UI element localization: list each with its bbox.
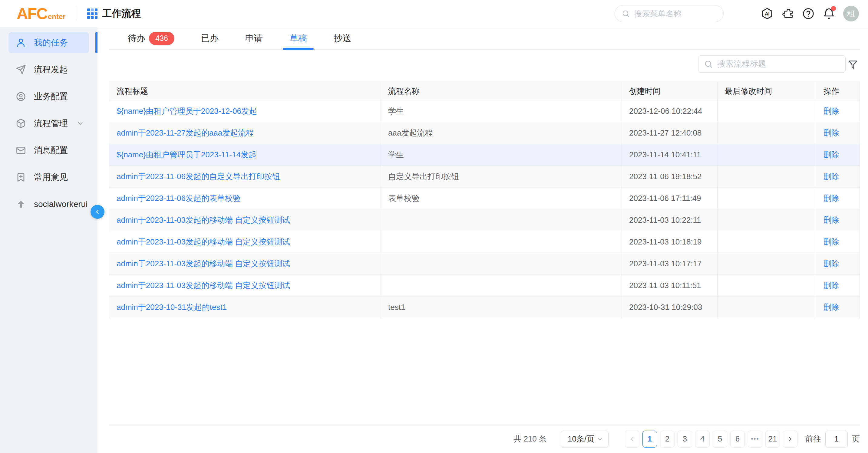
- prev-page-button[interactable]: [625, 431, 640, 448]
- page-title: 工作流程: [102, 7, 141, 20]
- sidebar-item-process-initiate[interactable]: 流程发起: [8, 59, 89, 80]
- tab-cc[interactable]: 抄送: [327, 27, 358, 50]
- more-pages-button[interactable]: •••: [748, 431, 762, 448]
- sidebar-collapse-button[interactable]: [91, 205, 104, 219]
- modified-time-cell: [717, 144, 816, 165]
- plugin-puzzle-icon[interactable]: [781, 7, 794, 20]
- search-icon: [622, 9, 630, 18]
- created-time-cell: 2023-11-06 17:11:49: [622, 188, 717, 209]
- process-title-link[interactable]: ${name}由租户管理员于2023-11-14发起: [117, 150, 256, 159]
- delete-link[interactable]: 删除: [824, 172, 839, 181]
- paper-plane-icon: [16, 64, 26, 75]
- tab-draft[interactable]: 草稿: [283, 27, 314, 50]
- sidebar-item-my-tasks[interactable]: 我的任务: [8, 32, 89, 53]
- sidebar-item-label: 常用意见: [34, 171, 68, 183]
- process-name-cell: test1: [381, 296, 622, 318]
- table-row: ${name}由租户管理员于2023-12-06发起 学生 2023-12-06…: [109, 100, 860, 122]
- cube-icon: [16, 118, 26, 129]
- process-title-link[interactable]: admin于2023-11-06发起的表单校验: [117, 194, 241, 203]
- tab-apply[interactable]: 申请: [239, 27, 270, 50]
- delete-link[interactable]: 删除: [824, 128, 839, 137]
- user-avatar[interactable]: 租: [843, 6, 859, 22]
- modified-time-cell: [717, 209, 816, 231]
- chevron-down-icon[interactable]: [76, 120, 84, 127]
- created-time-cell: 2023-11-14 10:41:11: [622, 144, 717, 165]
- created-time-cell: 2023-10-31 10:29:03: [622, 296, 717, 318]
- process-search-input[interactable]: [717, 59, 832, 69]
- menu-search-input[interactable]: [634, 9, 713, 19]
- page-button-2[interactable]: 2: [660, 431, 675, 448]
- delete-link[interactable]: 删除: [824, 259, 839, 268]
- page-size-select[interactable]: 10条/页: [561, 431, 609, 448]
- created-time-cell: 2023-11-27 12:40:08: [622, 122, 717, 144]
- logo-text-sub: enter: [48, 12, 66, 21]
- afcenter-logo[interactable]: AFC enter: [17, 4, 66, 23]
- sidebar-item-label: 我的任务: [34, 37, 68, 48]
- ai-assistant-icon[interactable]: AI: [761, 7, 774, 20]
- goto-page-label: 前往: [805, 433, 821, 444]
- sidebar-item-label: 消息配置: [34, 144, 68, 156]
- sidebar-item-label: 业务配置: [34, 91, 68, 102]
- process-name-cell: [381, 209, 622, 231]
- sidebar-item-business-config[interactable]: 业务配置: [8, 86, 89, 107]
- delete-link[interactable]: 删除: [824, 106, 839, 116]
- pagination-bar: 共 210 条 10条/页 1 2 3 4 5 6 ••• 21 前往 页: [109, 425, 860, 452]
- delete-link[interactable]: 删除: [824, 302, 839, 312]
- page-button-6[interactable]: 6: [730, 431, 745, 448]
- search-icon: [704, 60, 713, 69]
- page-button-1[interactable]: 1: [643, 431, 657, 448]
- next-page-button[interactable]: [783, 431, 798, 448]
- chevron-left-icon: [628, 435, 636, 443]
- process-name-cell: [381, 231, 622, 253]
- tab-label: 待办: [128, 32, 145, 44]
- filter-funnel-icon[interactable]: [847, 58, 859, 70]
- main-content: 待办 436 已办 申请 草稿 抄送 流程标题 流程名称 创建时间: [97, 27, 868, 453]
- page-button-3[interactable]: 3: [678, 431, 692, 448]
- app-launcher-grid-icon[interactable]: [87, 8, 97, 19]
- process-title-link[interactable]: admin于2023-10-31发起的test1: [117, 302, 227, 312]
- chevron-down-icon: [597, 436, 603, 443]
- page-button-21[interactable]: 21: [765, 431, 780, 448]
- envelope-icon: [16, 145, 26, 156]
- process-title-link[interactable]: admin于2023-11-03发起的移动端 自定义按钮测试: [117, 259, 290, 268]
- table-row: admin于2023-11-06发起的表单校验 表单校验 2023-11-06 …: [109, 188, 860, 209]
- process-title-link[interactable]: ${name}由租户管理员于2023-12-06发起: [117, 106, 257, 116]
- sidebar-item-process-manage[interactable]: 流程管理: [8, 113, 89, 134]
- total-count-label: 共 210 条: [514, 433, 547, 444]
- process-title-link[interactable]: admin于2023-11-06发起的自定义导出打印按钮: [117, 172, 280, 181]
- delete-link[interactable]: 删除: [824, 194, 839, 203]
- sidebar-item-message-config[interactable]: 消息配置: [8, 140, 89, 161]
- process-title-link[interactable]: admin于2023-11-03发起的移动端 自定义按钮测试: [117, 281, 290, 290]
- tab-todo[interactable]: 待办 436: [121, 27, 181, 50]
- process-title-link[interactable]: admin于2023-11-03发起的移动端 自定义按钮测试: [117, 237, 290, 246]
- user-circle-icon: [16, 91, 26, 102]
- created-time-cell: 2023-11-06 19:18:52: [622, 166, 717, 187]
- chevron-left-icon: [94, 208, 101, 215]
- table-row: admin于2023-11-03发起的移动端 自定义按钮测试 2023-11-0…: [109, 275, 860, 296]
- sidebar-item-common-opinions[interactable]: 常用意见: [8, 167, 89, 188]
- sidebar-item-label: 流程管理: [34, 118, 68, 129]
- tab-done[interactable]: 已办: [194, 27, 225, 50]
- created-time-cell: 2023-12-06 10:22:44: [622, 100, 717, 122]
- process-title-link[interactable]: admin于2023-11-27发起的aaa发起流程: [117, 128, 254, 137]
- table-row: admin于2023-11-03发起的移动端 自定义按钮测试 2023-11-0…: [109, 231, 860, 253]
- process-name-cell: [381, 275, 622, 296]
- process-name-cell: 表单校验: [381, 188, 622, 209]
- delete-link[interactable]: 删除: [824, 281, 839, 290]
- goto-page-input[interactable]: [825, 431, 848, 448]
- help-icon[interactable]: [802, 7, 815, 20]
- modified-time-cell: [717, 100, 816, 122]
- delete-link[interactable]: 删除: [824, 216, 839, 225]
- process-title-link[interactable]: admin于2023-11-03发起的移动端 自定义按钮测试: [117, 216, 290, 225]
- process-name-cell: aaa发起流程: [381, 122, 622, 144]
- delete-link[interactable]: 删除: [824, 150, 839, 159]
- page-button-5[interactable]: 5: [713, 431, 727, 448]
- tab-label: 申请: [245, 32, 263, 44]
- page-button-4[interactable]: 4: [695, 431, 710, 448]
- delete-link[interactable]: 删除: [824, 237, 839, 246]
- table-row: admin于2023-11-27发起的aaa发起流程 aaa发起流程 2023-…: [109, 122, 860, 144]
- notification-bell-icon[interactable]: [823, 7, 835, 20]
- active-item-accent-bar: [95, 32, 97, 53]
- table-row: admin于2023-10-31发起的test1 test1 2023-10-3…: [109, 296, 860, 318]
- sidebar-item-socialworkerui[interactable]: socialworkerui: [8, 194, 89, 215]
